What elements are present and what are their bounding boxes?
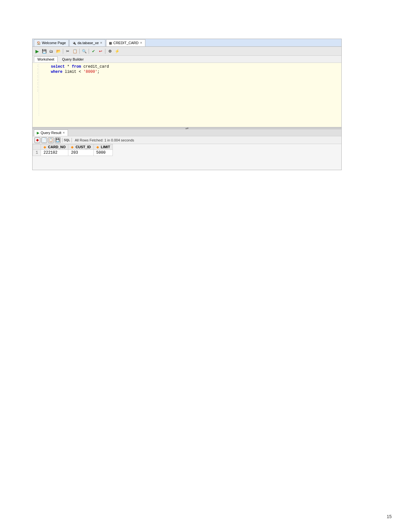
result-status-text: All Rows Fetched: 1 in 0.004 seconds <box>75 138 134 142</box>
col-icon-limit: ◈ <box>96 145 99 149</box>
result-col-header-limit[interactable]: ◈ LIMIT <box>93 144 113 150</box>
result-cell-rownum-1: 1 <box>33 150 41 156</box>
result-run-btn[interactable]: ◆ <box>34 137 40 143</box>
sql-line-2: where limit < '8000'; <box>42 69 339 74</box>
result-panel: ▶ Query Result ✕ ◆ 📄 📋 💾 SQL All Rows Fe… <box>33 129 341 170</box>
save-icon: 💾 <box>42 49 47 53</box>
copy-icon: 📋 <box>73 49 77 53</box>
gutter-line-7: : <box>35 78 39 82</box>
editor-gutter: : : : : : : : : <box>35 64 39 116</box>
gutter-line-4: : <box>35 68 39 71</box>
result-copy-icon: 📋 <box>49 138 53 142</box>
result-cell-cust-id-1: 203 <box>68 150 93 156</box>
sql-line-3 <box>42 74 339 80</box>
page-number: 15 <box>387 514 392 519</box>
run-icon: ▶ <box>35 49 39 54</box>
tab-welcome-page[interactable]: 🏠 Welcome Page <box>34 39 69 46</box>
col-icon-cust-id: ◈ <box>71 145 73 149</box>
result-copy-btn[interactable]: 📋 <box>48 137 54 143</box>
gutter-line-8: : <box>35 82 39 85</box>
rollback-button[interactable]: ↩ <box>97 48 104 54</box>
sql-line-4 <box>42 80 339 85</box>
sql-line-8 <box>42 100 339 105</box>
save-all-icon: 🗂 <box>49 49 53 53</box>
gutter-line-10: : <box>35 89 39 92</box>
cut-icon: ✂ <box>66 49 69 53</box>
tab-credit-card-label: CREDIT_CARD <box>113 41 138 45</box>
extra-btn-1[interactable]: ⚙ <box>107 48 113 54</box>
extra-icon-2: ⚡ <box>115 49 120 53</box>
gutter-line-5: : <box>35 71 39 75</box>
tab-database-close[interactable]: ✕ <box>100 41 103 44</box>
editor-line-container: : : : : : : : : select * from credit_car… <box>35 64 339 116</box>
copy-button[interactable]: 📋 <box>72 48 78 54</box>
result-sql-label[interactable]: SQL <box>64 137 70 143</box>
sql-line-10 <box>42 111 339 116</box>
result-save-btn[interactable]: 💾 <box>55 137 61 143</box>
result-run-icon: ▶ <box>37 131 39 135</box>
gutter-line-9: : <box>35 85 39 89</box>
sql-line-6 <box>42 90 339 95</box>
cut-button[interactable]: ✂ <box>64 48 71 54</box>
result-tab-query[interactable]: ▶ Query Result ✕ <box>34 130 68 136</box>
result-col-header-rownum <box>33 144 41 150</box>
save-button[interactable]: 💾 <box>41 48 47 54</box>
find-icon: 🔍 <box>82 49 87 53</box>
code-lines[interactable]: select * from credit_card where limit < … <box>42 64 339 116</box>
result-col-header-card-no[interactable]: ◈ CARD_NO <box>41 144 68 150</box>
col-label-cust-id: CUST_ID <box>76 145 91 149</box>
result-col-header-cust-id[interactable]: ◈ CUST_ID <box>68 144 93 150</box>
sql-line-1: select * from credit_card <box>42 64 339 69</box>
commit-button[interactable]: ✔ <box>90 48 97 54</box>
result-cell-card-no-1: 222102 <box>41 150 68 156</box>
sub-tab-worksheet-label: Worksheet <box>37 57 54 61</box>
rollback-icon: ↩ <box>99 49 102 53</box>
table-row: 1 222102 203 5000 <box>33 150 113 156</box>
find-button[interactable]: 🔍 <box>81 48 87 54</box>
result-tab-label: Query Result <box>41 131 61 135</box>
tab-credit-card[interactable]: ▦ CREDIT_CARD ✕ <box>106 39 145 46</box>
result-table: ◈ CARD_NO ◈ CUST_ID ◈ LIMIT <box>33 144 113 156</box>
toolbar-sep-4 <box>105 49 105 54</box>
tab-credit-card-close[interactable]: ✕ <box>140 41 142 44</box>
sub-tab-query-builder[interactable]: Query Builder <box>58 56 87 62</box>
result-table-header-row: ◈ CARD_NO ◈ CUST_ID ◈ LIMIT <box>33 144 113 150</box>
open-button[interactable]: 📂 <box>55 48 62 54</box>
result-export-btn[interactable]: 📄 <box>41 137 47 143</box>
gutter-line-6: : <box>35 75 39 78</box>
col-label-card-no: CARD_NO <box>48 145 65 149</box>
app-container: 🏠 Welcome Page 🔌 da.tabase_xe ✕ ▦ CREDIT… <box>32 39 342 170</box>
extra-icon-1: ⚙ <box>108 49 112 53</box>
sql-line-7 <box>42 95 339 100</box>
result-table-container: ◈ CARD_NO ◈ CUST_ID ◈ LIMIT <box>33 144 341 170</box>
result-stop-icon: ◆ <box>36 138 39 142</box>
sub-tabs: Worksheet Query Builder <box>33 56 341 63</box>
toolbar-sep-2 <box>79 49 80 54</box>
result-sep-1 <box>62 138 63 142</box>
tab-database[interactable]: 🔌 da.tabase_xe ✕ <box>69 39 105 46</box>
run-button[interactable]: ▶ <box>34 48 40 54</box>
result-tab-bar: ▶ Query Result ✕ <box>33 129 341 136</box>
tab-bar: 🏠 Welcome Page 🔌 da.tabase_xe ✕ ▦ CREDIT… <box>33 39 341 47</box>
table-icon: ▦ <box>109 41 112 45</box>
result-tab-close[interactable]: ✕ <box>63 131 65 134</box>
result-export-icon: 📄 <box>42 138 46 142</box>
sql-line-5 <box>42 85 339 90</box>
tab-welcome-label: Welcome Page <box>42 41 66 45</box>
sub-tab-query-builder-label: Query Builder <box>62 57 83 61</box>
commit-icon: ✔ <box>92 49 95 53</box>
col-label-limit: LIMIT <box>101 145 110 149</box>
extra-btn-2[interactable]: ⚡ <box>114 48 120 54</box>
home-icon: 🏠 <box>37 41 41 45</box>
sub-tab-worksheet[interactable]: Worksheet <box>34 56 58 62</box>
result-cell-limit-1: 5000 <box>93 150 113 156</box>
save-all-button[interactable]: 🗂 <box>48 48 54 54</box>
toolbar-sep-1 <box>63 49 63 54</box>
result-sep-2 <box>72 138 72 142</box>
db-icon: 🔌 <box>72 41 76 45</box>
toolbar: ▶ 💾 🗂 📂 ✂ 📋 🔍 ✔ ↩ ⚙ <box>33 47 341 56</box>
sql-editor[interactable]: : : : : : : : : select * from credit_car… <box>33 63 341 127</box>
toolbar-sep-3 <box>89 49 89 54</box>
sql-line-9 <box>42 105 339 111</box>
open-icon: 📂 <box>56 49 61 53</box>
